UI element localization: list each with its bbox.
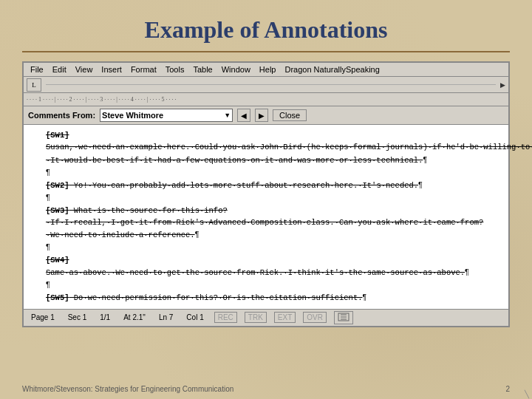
status-macro[interactable] [334, 311, 353, 324]
status-rec[interactable]: REC [214, 312, 237, 323]
doc-content: [SW1] Susan,·we·need·an·example·here.·Co… [24, 125, 508, 309]
comment-line-1: [SW1] Susan,·we·need·an·example·here.·Co… [46, 129, 486, 166]
close-button[interactable]: Close [273, 109, 307, 121]
title-underline [22, 51, 510, 52]
menu-view[interactable]: View [72, 64, 97, 75]
menu-bar: File Edit View Insert Format Tools Table… [24, 63, 508, 77]
blank-line-1: ¶ [46, 166, 486, 179]
footer-left: Whitmore/Stevenson: Strategies for Engin… [22, 385, 233, 393]
menu-tools[interactable]: Tools [162, 64, 188, 75]
status-sec: Sec 1 [65, 313, 90, 321]
status-trk[interactable]: TRK [245, 312, 267, 323]
status-bar: Page 1 Sec 1 1/1 At 2.1" Ln 7 Col 1 REC … [24, 309, 508, 326]
menu-insert[interactable]: Insert [98, 64, 126, 75]
toolbar-l-btn[interactable]: L [27, 78, 41, 92]
comments-prev-btn[interactable]: ◀ [237, 109, 250, 122]
word-window: File Edit View Insert Format Tools Table… [22, 61, 510, 327]
blank-line-4: ¶ [46, 279, 486, 291]
menu-format[interactable]: Format [127, 64, 160, 75]
menu-table[interactable]: Table [189, 64, 216, 75]
comment-line-3: [SW3] What·is·the·source·for·this·info?·… [46, 205, 486, 242]
comments-bar: Comments From: Steve Whitmore ▼ ◀ ▶ Clos… [24, 106, 508, 125]
ruler: · · · · 1 · · · · | · · · · 2 · · · · | … [24, 93, 508, 106]
footer-right: 2 [505, 385, 510, 393]
status-at: At 2.1" [120, 313, 149, 321]
slide-title: Example of Annotations [0, 0, 532, 51]
status-ovr[interactable]: OVR [303, 312, 327, 323]
status-col: Col 1 [183, 313, 206, 321]
menu-help[interactable]: Help [256, 64, 280, 75]
comments-label: Comments From: [28, 111, 95, 120]
comment-line-5: [SW5] Do·we·need·permission·for·this?·Or… [46, 291, 486, 304]
comment-line-4: [SW4] Same·as·above.·We·need·to·get·the·… [46, 254, 486, 279]
blank-line-2: ¶ [46, 191, 486, 204]
comments-next-btn[interactable]: ▶ [255, 109, 268, 122]
blank-line-3: ¶ [46, 241, 486, 253]
resize-handle[interactable]: ╲ [522, 389, 532, 399]
menu-dragon[interactable]: Dragon NaturallySpeaking [281, 64, 383, 75]
menu-edit[interactable]: Edit [49, 64, 70, 75]
status-ext[interactable]: EXT [274, 312, 296, 323]
status-page-of: 1/1 [97, 313, 113, 321]
bottom-footer: Whitmore/Stevenson: Strategies for Engin… [22, 385, 510, 393]
toolbar: L ▶ [24, 77, 508, 93]
comments-author: Steve Whitmore [102, 111, 163, 120]
status-ln: Ln 7 [156, 313, 176, 321]
status-page: Page 1 [28, 313, 58, 321]
menu-window[interactable]: Window [218, 64, 254, 75]
menu-file[interactable]: File [27, 64, 47, 75]
comment-line-2: [SW2] Yo!·You·can·probably·add·lots·more… [46, 179, 486, 191]
comments-dropdown[interactable]: Steve Whitmore ▼ [100, 109, 233, 122]
